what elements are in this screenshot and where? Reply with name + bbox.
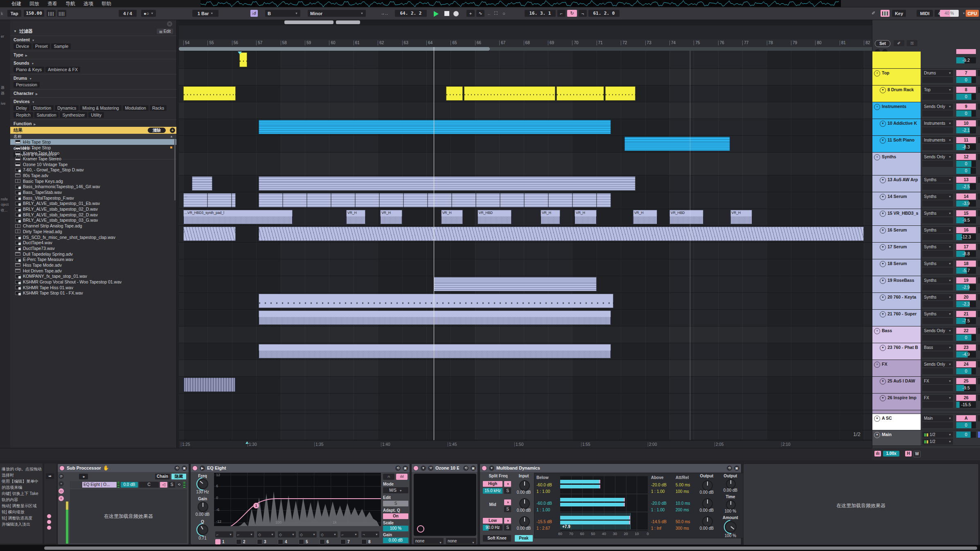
filter-tag-preset[interactable]: Preset [33,43,50,49]
device-drop-zone[interactable]: 在这里加载音频效果器 [743,463,979,546]
q-knob[interactable] [198,524,208,535]
routing-sub-box[interactable] [922,251,953,257]
lane-partial[interactable] [179,52,872,69]
filter-group-header[interactable]: Sounds▼ [14,61,173,65]
filter-tag-repitch[interactable]: Repitch [14,112,33,118]
track-row-fx[interactable]: ≡FXSends Only▼240 [872,360,980,377]
output-value-low[interactable]: 0.00 dB [696,526,717,531]
high-band-button[interactable]: High [483,481,502,487]
clip[interactable] [259,176,635,191]
track-name[interactable]: ▼23 760 - Phat B [878,343,921,360]
scale-root-menu[interactable]: B▼ [265,10,300,17]
filter-type-select[interactable]: ⌐▼ [340,531,358,538]
list-item[interactable]: kHs Tape Stop [10,139,176,145]
track-fold-icon[interactable]: ▼ [874,432,880,438]
release-mid[interactable]: 200 ms [676,507,689,513]
mbd-title-bar[interactable]: ▼ Multiband Dynamics ⟲ ▣ [480,464,741,472]
mid-solo[interactable]: S [504,506,511,512]
sidechain-select-1[interactable]: none▼ [414,538,444,544]
group-fold-icon[interactable]: ≡ [874,328,880,334]
eq-band-3[interactable]: ◇▼3 [257,531,275,544]
track-name[interactable]: ▼18 Serum [878,259,921,276]
playhead[interactable] [434,47,435,448]
chain-toggle-icon[interactable] [47,520,51,524]
high-power-icon[interactable]: ◑ [504,481,511,487]
quantize-menu[interactable]: 1 Bar▼ [192,10,219,17]
routing-sub-box[interactable] [922,77,953,83]
loop-brace[interactable] [179,47,490,51]
chain-solo[interactable]: S [169,482,175,488]
browser-scrollbar[interactable] [174,139,176,200]
track-volume[interactable]: -2.3 [956,301,976,307]
track-number[interactable]: 17 [956,244,976,250]
track-number[interactable]: 8 [956,87,976,93]
clip[interactable] [183,86,236,101]
clip[interactable] [446,86,463,101]
freq-value[interactable]: 130 Hz [192,490,213,494]
track-number[interactable]: 9 [956,103,976,110]
routing-sub-box[interactable] [922,368,953,374]
clip[interactable] [259,344,611,358]
routing-sub-box[interactable] [922,268,953,274]
track-fold-icon[interactable]: ▼ [880,295,886,301]
menu-item-创建[interactable]: 创建 [11,0,21,7]
clear-filters-button[interactable]: 清除 [148,128,166,133]
locator-marker[interactable] [238,52,242,54]
clip[interactable] [259,227,864,241]
tempo-field[interactable]: 150.00 [24,10,44,17]
list-item[interactable]: Hiss Tape Mode.adv [10,262,176,268]
band-checkbox[interactable] [361,539,367,544]
track-volume[interactable]: -9.5 [956,217,976,223]
device-on-led[interactable] [192,466,198,471]
rack-title-bar[interactable]: Sub Proccessor ✋ ⟲ ▣ [58,464,189,472]
routing-sub-box[interactable] [922,351,953,358]
track-name[interactable]: ≡Top [872,69,921,85]
track-row-8-drum-rack[interactable]: ▼8 Drum RackTop▼80 [872,85,980,102]
routing-select[interactable]: FX▼ [922,395,953,401]
fold-icon[interactable]: ▶ [200,466,205,471]
high-solo[interactable]: S [504,488,511,494]
list-item[interactable]: Bass_VitalTapestop_F.wav [10,195,176,201]
routing-select[interactable]: Main▼ [922,415,953,421]
routing-select[interactable]: Sends Only▼ [922,103,953,110]
punch-out-button[interactable]: ¬ [579,10,587,17]
track-volume[interactable]: 0 [956,368,976,374]
metronome-toggle[interactable]: ●○▼ [141,10,156,17]
lane-serum18[interactable] [179,259,872,276]
track-row-26-inspire-imp[interactable]: ▼26 Inspire ImpFX▼26-15.5 [872,394,980,410]
track-number[interactable]: 20 [956,294,976,300]
filter-type-select[interactable]: ◇▼ [278,531,296,538]
clip[interactable] [183,378,236,392]
eq-band-8[interactable]: ¬▼8 [361,531,379,544]
band-checkbox[interactable] [320,539,325,544]
input-knob-mid[interactable] [519,498,530,509]
filter-group-header[interactable]: Function▶ [14,121,173,126]
filter-tag-saturation[interactable]: Saturation [34,112,59,118]
track-number[interactable]: 23 [956,344,976,351]
cpu-menu-caret[interactable]: ▼ [961,10,965,17]
scale-mode-menu[interactable]: Minor▼ [308,10,366,17]
chain-list-icon[interactable]: ▭ [59,488,64,494]
time-ruler[interactable]: 1:251:301:351:401:451:501:552:002:052:10 [179,440,872,448]
track-row-25-au5-i-daw[interactable]: ▼25 Au5 I DAWFX▼25-9.5 [872,377,980,394]
list-item[interactable]: kHs Tape Stop [10,145,176,151]
track-name[interactable]: ▼A SC [872,414,921,430]
track-volume[interactable]: -4.9 [956,351,976,358]
device-on-led[interactable] [59,466,65,471]
list-item[interactable]: 7-60, - Growl_Tape_Stop D.wav [10,167,176,173]
track-volume[interactable]: 0 [956,77,976,83]
above-threshold-high[interactable]: -20.0 dB [651,482,667,488]
eq-band-2[interactable]: ⌐▼2 [236,531,254,544]
list-item[interactable]: Basic Tape Keys.adg [10,178,176,184]
track-fold-icon[interactable]: ▼ [880,121,886,127]
track-row-21-760-super[interactable]: ▼21 760 - SuperSynths▼21-7.5 [872,310,980,326]
clip[interactable] [192,176,212,191]
track-name[interactable]: ▼10 Addictive K [878,119,921,135]
track-volume[interactable]: 0 [956,110,976,117]
scrub-area[interactable] [490,47,872,51]
routing-select[interactable]: Synths▼ [922,193,953,200]
track-volume-b[interactable]: 0 [956,168,976,174]
follow-icon[interactable]: →‥ [381,10,388,17]
midi-keyboard-icon[interactable] [881,10,890,17]
input-knob-high[interactable] [519,480,530,491]
